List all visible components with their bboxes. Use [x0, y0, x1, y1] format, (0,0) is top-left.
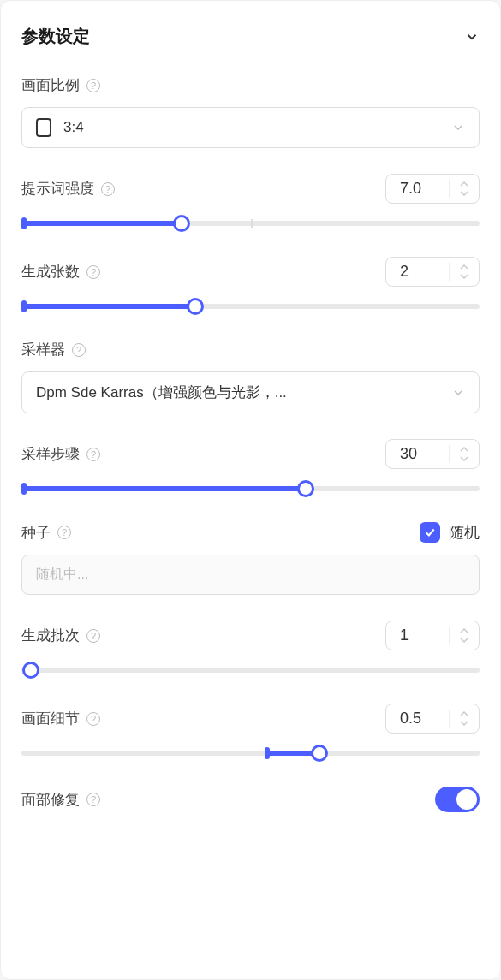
help-icon[interactable]: ?: [72, 343, 86, 357]
prompt-strength-value: 7.0: [400, 180, 440, 198]
batch-section: 生成批次 ? 1: [21, 621, 480, 678]
parameters-panel: 参数设定 画面比例 ? 3:4 提示词强度 ?: [0, 0, 501, 980]
detail-value: 0.5: [400, 710, 440, 728]
face-fix-toggle[interactable]: [435, 787, 480, 812]
seed-placeholder: 随机中...: [36, 567, 88, 581]
slider-thumb[interactable]: [311, 745, 328, 762]
stepper-down-icon[interactable]: [458, 636, 470, 644]
help-icon[interactable]: ?: [86, 265, 100, 279]
steps-value: 30: [400, 445, 440, 463]
image-count-section: 生成张数 ? 2: [21, 257, 480, 314]
seed-section: 种子 ? 随机 随机中...: [21, 522, 480, 595]
aspect-ratio-section: 画面比例 ? 3:4: [21, 75, 480, 148]
batch-label: 生成批次: [21, 626, 80, 645]
help-icon[interactable]: ?: [86, 448, 100, 461]
slider-thumb[interactable]: [22, 662, 39, 679]
seed-label: 种子: [21, 523, 51, 543]
toggle-thumb: [456, 789, 477, 810]
sampler-value: Dpm Sde Karras（增强颜色与光影，...: [36, 383, 287, 402]
steps-section: 采样步骤 ? 30: [21, 439, 480, 496]
steps-slider[interactable]: [21, 481, 480, 496]
image-count-input[interactable]: 2: [385, 257, 480, 287]
help-icon[interactable]: ?: [86, 629, 100, 643]
steps-label: 采样步骤: [21, 444, 80, 464]
stepper-up-icon[interactable]: [458, 263, 470, 271]
slider-thumb[interactable]: [173, 215, 190, 232]
aspect-ratio-label: 画面比例: [21, 75, 80, 95]
stepper-up-icon[interactable]: [458, 180, 470, 188]
stepper-down-icon[interactable]: [458, 189, 470, 198]
prompt-strength-label: 提示词强度: [21, 179, 94, 199]
image-count-slider[interactable]: [21, 299, 480, 314]
detail-label: 画面细节: [21, 709, 80, 728]
stepper-up-icon[interactable]: [458, 710, 470, 718]
sampler-section: 采样器 ? Dpm Sde Karras（增强颜色与光影，...: [21, 340, 480, 413]
random-seed-label: 随机: [449, 522, 480, 543]
aspect-ratio-value: 3:4: [63, 119, 84, 136]
help-icon[interactable]: ?: [57, 526, 71, 539]
panel-title: 参数设定: [21, 25, 90, 48]
chevron-down-icon: [451, 121, 465, 134]
prompt-strength-input[interactable]: 7.0: [385, 174, 480, 204]
face-fix-section: 面部修复 ?: [21, 787, 480, 812]
help-icon[interactable]: ?: [86, 712, 100, 726]
slider-thumb[interactable]: [297, 480, 314, 497]
face-fix-label: 面部修复: [21, 790, 80, 810]
aspect-ratio-select[interactable]: 3:4: [21, 107, 480, 148]
prompt-strength-section: 提示词强度 ? 7.0: [21, 174, 480, 231]
chevron-down-icon: [451, 386, 465, 400]
stepper-down-icon[interactable]: [458, 454, 470, 463]
collapse-icon[interactable]: [464, 29, 480, 45]
stepper-up-icon[interactable]: [458, 445, 470, 454]
stepper-up-icon[interactable]: [458, 627, 470, 635]
detail-slider[interactable]: [21, 745, 480, 761]
stepper-down-icon[interactable]: [458, 719, 470, 728]
random-seed-checkbox[interactable]: [420, 522, 440, 543]
seed-input[interactable]: 随机中...: [21, 555, 480, 595]
sampler-label: 采样器: [21, 340, 65, 359]
batch-value: 1: [400, 627, 440, 644]
sampler-select[interactable]: Dpm Sde Karras（增强颜色与光影，...: [21, 371, 480, 413]
image-count-value: 2: [400, 263, 440, 281]
batch-input[interactable]: 1: [385, 621, 480, 650]
panel-header: 参数设定: [21, 25, 480, 48]
batch-slider[interactable]: [21, 662, 480, 678]
stepper-down-icon[interactable]: [458, 272, 470, 281]
detail-input[interactable]: 0.5: [385, 704, 480, 734]
steps-input[interactable]: 30: [385, 439, 480, 469]
detail-section: 画面细节 ? 0.5: [21, 704, 480, 761]
help-icon[interactable]: ?: [86, 79, 100, 92]
slider-thumb[interactable]: [187, 298, 204, 315]
help-icon[interactable]: ?: [86, 793, 100, 806]
help-icon[interactable]: ?: [101, 182, 115, 196]
prompt-strength-slider[interactable]: [21, 216, 480, 231]
ratio-icon: [36, 118, 51, 137]
image-count-label: 生成张数: [21, 262, 80, 282]
